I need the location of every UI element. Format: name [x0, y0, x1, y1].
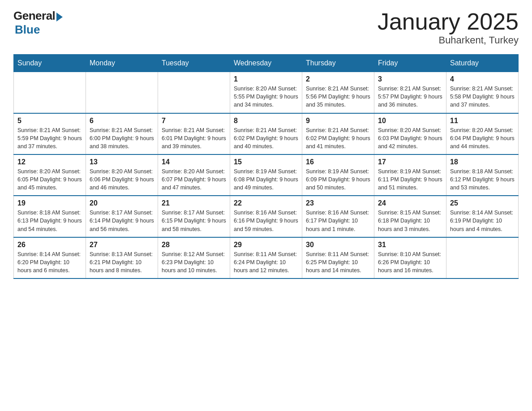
weekday-header-friday: Friday	[374, 55, 446, 72]
day-info: Sunrise: 8:19 AM Sunset: 6:08 PM Dayligh…	[234, 167, 298, 192]
day-number: 15	[234, 158, 298, 166]
day-info: Sunrise: 8:21 AM Sunset: 6:00 PM Dayligh…	[90, 126, 154, 150]
day-info: Sunrise: 8:11 AM Sunset: 6:25 PM Dayligh…	[306, 250, 370, 274]
day-info: Sunrise: 8:15 AM Sunset: 6:18 PM Dayligh…	[378, 209, 442, 233]
day-info: Sunrise: 8:16 AM Sunset: 6:17 PM Dayligh…	[306, 209, 370, 233]
calendar-cell: 31Sunrise: 8:10 AM Sunset: 6:26 PM Dayli…	[374, 237, 446, 278]
calendar-cell: 12Sunrise: 8:20 AM Sunset: 6:05 PM Dayli…	[14, 154, 86, 196]
calendar-cell: 18Sunrise: 8:18 AM Sunset: 6:12 PM Dayli…	[446, 154, 519, 196]
weekday-header-row: SundayMondayTuesdayWednesdayThursdayFrid…	[14, 55, 519, 72]
day-number: 17	[378, 158, 442, 166]
calendar-cell: 19Sunrise: 8:18 AM Sunset: 6:13 PM Dayli…	[14, 196, 86, 237]
day-number: 7	[162, 117, 226, 125]
day-number: 1	[234, 75, 298, 83]
day-number: 28	[162, 241, 226, 249]
day-number: 27	[90, 241, 154, 249]
calendar-cell: 11Sunrise: 8:20 AM Sunset: 6:04 PM Dayli…	[446, 113, 519, 154]
calendar-cell: 14Sunrise: 8:20 AM Sunset: 6:07 PM Dayli…	[158, 154, 230, 196]
calendar-cell: 15Sunrise: 8:19 AM Sunset: 6:08 PM Dayli…	[230, 154, 302, 196]
calendar-cell: 26Sunrise: 8:14 AM Sunset: 6:20 PM Dayli…	[14, 237, 86, 278]
day-info: Sunrise: 8:16 AM Sunset: 6:16 PM Dayligh…	[234, 209, 298, 233]
calendar-cell: 9Sunrise: 8:21 AM Sunset: 6:02 PM Daylig…	[302, 113, 374, 154]
calendar-cell: 17Sunrise: 8:19 AM Sunset: 6:11 PM Dayli…	[374, 154, 446, 196]
day-info: Sunrise: 8:21 AM Sunset: 6:02 PM Dayligh…	[234, 126, 298, 150]
calendar-cell: 4Sunrise: 8:21 AM Sunset: 5:58 PM Daylig…	[446, 72, 519, 113]
day-number: 13	[90, 158, 154, 166]
day-info: Sunrise: 8:21 AM Sunset: 6:01 PM Dayligh…	[162, 126, 226, 150]
day-number: 30	[306, 241, 370, 249]
calendar-cell: 3Sunrise: 8:21 AM Sunset: 5:57 PM Daylig…	[374, 72, 446, 113]
day-number: 18	[450, 158, 515, 166]
day-number: 14	[162, 158, 226, 166]
weekday-header-tuesday: Tuesday	[158, 55, 230, 72]
calendar-cell: 27Sunrise: 8:13 AM Sunset: 6:21 PM Dayli…	[86, 237, 158, 278]
calendar-cell: 21Sunrise: 8:17 AM Sunset: 6:15 PM Dayli…	[158, 196, 230, 237]
day-info: Sunrise: 8:21 AM Sunset: 5:58 PM Dayligh…	[450, 85, 515, 109]
day-info: Sunrise: 8:14 AM Sunset: 6:19 PM Dayligh…	[450, 209, 515, 233]
day-info: Sunrise: 8:21 AM Sunset: 5:59 PM Dayligh…	[17, 126, 82, 150]
day-info: Sunrise: 8:20 AM Sunset: 6:05 PM Dayligh…	[17, 167, 82, 192]
calendar-header: SundayMondayTuesdayWednesdayThursdayFrid…	[14, 55, 519, 72]
calendar-cell: 24Sunrise: 8:15 AM Sunset: 6:18 PM Dayli…	[374, 196, 446, 237]
calendar-cell: 10Sunrise: 8:20 AM Sunset: 6:03 PM Dayli…	[374, 113, 446, 154]
calendar-cell: 16Sunrise: 8:19 AM Sunset: 6:09 PM Dayli…	[302, 154, 374, 196]
day-info: Sunrise: 8:17 AM Sunset: 6:15 PM Dayligh…	[162, 209, 226, 233]
day-number: 12	[17, 158, 82, 166]
weekday-header-wednesday: Wednesday	[230, 55, 302, 72]
day-number: 20	[90, 199, 154, 207]
logo-general-text: General	[13, 9, 55, 23]
day-info: Sunrise: 8:13 AM Sunset: 6:21 PM Dayligh…	[90, 250, 154, 274]
day-number: 31	[378, 241, 442, 249]
weekday-header-monday: Monday	[86, 55, 158, 72]
logo-blue-text: Blue	[15, 23, 40, 37]
title-area: January 2025 Buharkent, Turkey	[378, 9, 519, 46]
calendar-title: January 2025	[378, 9, 519, 34]
weekday-header-saturday: Saturday	[446, 55, 519, 72]
day-info: Sunrise: 8:14 AM Sunset: 6:20 PM Dayligh…	[17, 250, 82, 274]
day-info: Sunrise: 8:20 AM Sunset: 6:07 PM Dayligh…	[162, 167, 226, 192]
calendar-body: 1Sunrise: 8:20 AM Sunset: 5:55 PM Daylig…	[14, 72, 519, 278]
day-number: 8	[234, 117, 298, 125]
weekday-header-sunday: Sunday	[14, 55, 86, 72]
day-info: Sunrise: 8:20 AM Sunset: 5:55 PM Dayligh…	[234, 85, 298, 109]
day-info: Sunrise: 8:18 AM Sunset: 6:13 PM Dayligh…	[17, 209, 82, 233]
day-number: 11	[450, 117, 515, 125]
day-number: 10	[378, 117, 442, 125]
day-number: 16	[306, 158, 370, 166]
calendar-cell: 13Sunrise: 8:20 AM Sunset: 6:06 PM Dayli…	[86, 154, 158, 196]
calendar-cell: 25Sunrise: 8:14 AM Sunset: 6:19 PM Dayli…	[446, 196, 519, 237]
calendar-cell: 30Sunrise: 8:11 AM Sunset: 6:25 PM Dayli…	[302, 237, 374, 278]
day-number: 6	[90, 117, 154, 125]
weekday-header-thursday: Thursday	[302, 55, 374, 72]
calendar-cell: 28Sunrise: 8:12 AM Sunset: 6:23 PM Dayli…	[158, 237, 230, 278]
calendar-cell: 5Sunrise: 8:21 AM Sunset: 5:59 PM Daylig…	[14, 113, 86, 154]
calendar-cell: 22Sunrise: 8:16 AM Sunset: 6:16 PM Dayli…	[230, 196, 302, 237]
day-number: 25	[450, 199, 515, 207]
day-info: Sunrise: 8:12 AM Sunset: 6:23 PM Dayligh…	[162, 250, 226, 274]
calendar-cell: 23Sunrise: 8:16 AM Sunset: 6:17 PM Dayli…	[302, 196, 374, 237]
day-info: Sunrise: 8:11 AM Sunset: 6:24 PM Dayligh…	[234, 250, 298, 274]
calendar-table: SundayMondayTuesdayWednesdayThursdayFrid…	[13, 54, 519, 279]
calendar-cell: 7Sunrise: 8:21 AM Sunset: 6:01 PM Daylig…	[158, 113, 230, 154]
calendar-cell: 8Sunrise: 8:21 AM Sunset: 6:02 PM Daylig…	[230, 113, 302, 154]
calendar-cell: 1Sunrise: 8:20 AM Sunset: 5:55 PM Daylig…	[230, 72, 302, 113]
day-number: 5	[17, 117, 82, 125]
day-info: Sunrise: 8:19 AM Sunset: 6:09 PM Dayligh…	[306, 167, 370, 192]
day-info: Sunrise: 8:20 AM Sunset: 6:04 PM Dayligh…	[450, 126, 515, 150]
day-number: 21	[162, 199, 226, 207]
day-info: Sunrise: 8:21 AM Sunset: 5:57 PM Dayligh…	[378, 85, 442, 109]
day-info: Sunrise: 8:19 AM Sunset: 6:11 PM Dayligh…	[378, 167, 442, 192]
calendar-cell	[158, 72, 230, 113]
day-number: 26	[17, 241, 82, 249]
day-info: Sunrise: 8:10 AM Sunset: 6:26 PM Dayligh…	[378, 250, 442, 274]
page-header: General Blue January 2025 Buharkent, Tur…	[13, 9, 519, 46]
day-info: Sunrise: 8:21 AM Sunset: 5:56 PM Dayligh…	[306, 85, 370, 109]
day-number: 22	[234, 199, 298, 207]
day-number: 3	[378, 75, 442, 83]
day-number: 24	[378, 199, 442, 207]
calendar-week-1: 1Sunrise: 8:20 AM Sunset: 5:55 PM Daylig…	[14, 72, 519, 113]
day-number: 4	[450, 75, 515, 83]
day-info: Sunrise: 8:20 AM Sunset: 6:06 PM Dayligh…	[90, 167, 154, 192]
calendar-cell: 2Sunrise: 8:21 AM Sunset: 5:56 PM Daylig…	[302, 72, 374, 113]
logo-arrow-icon	[56, 13, 63, 21]
